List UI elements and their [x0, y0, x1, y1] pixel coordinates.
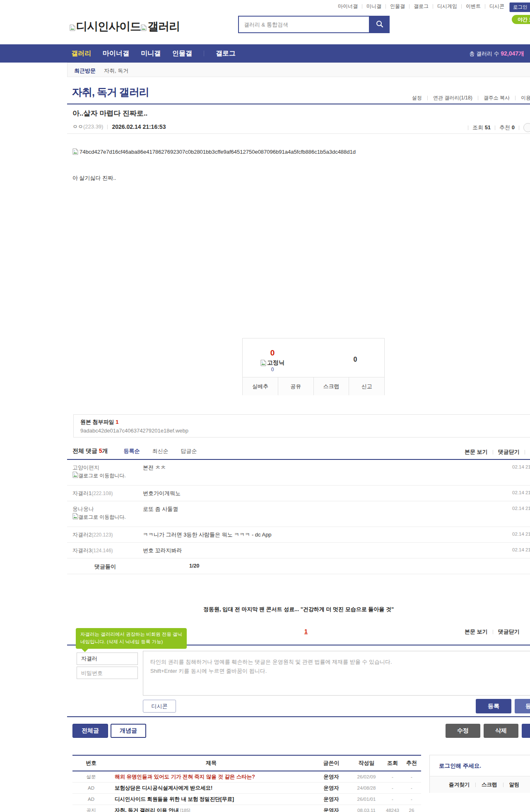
search-input[interactable]: [239, 17, 369, 32]
recommend-value: 0: [512, 124, 515, 130]
site-logo[interactable]: 디시인사이드 갤러리: [70, 19, 180, 34]
total-gallery-label: 총 갤러리 수: [469, 51, 499, 57]
upvote-count[interactable]: 0: [259, 348, 286, 358]
column-header-recommends: 추천: [402, 759, 421, 767]
gallery-guide-link[interactable]: 이용 안내: [521, 94, 530, 102]
comment-submit-secondary-button[interactable]: 등록: [515, 699, 530, 713]
comment-time: 02.14 21:16: [512, 464, 530, 469]
edit-post-button[interactable]: 수정: [446, 724, 480, 738]
comment-page-indicator[interactable]: 1/20: [189, 563, 199, 569]
downvote-count[interactable]: 0: [349, 356, 362, 363]
attachment-filename[interactable]: 9adabc42de01a7c406374279201e18ef.webp: [80, 428, 530, 434]
comment-textarea[interactable]: 타인의 권리를 침해하거나 명예를 훼손하는 댓글은 운영원칙 및 관련 법률에…: [143, 651, 530, 696]
post-title-link[interactable]: 디시인사이드 회원들을 위한 내 보험 정밀진단[무료]: [110, 796, 313, 803]
favorites-button[interactable]: 즐겨찾기: [449, 781, 470, 788]
divider: [67, 716, 530, 717]
comment-sort-options: 등록순 최신순 답글순: [124, 447, 197, 455]
comments-total: 전체 댓글 5개: [72, 447, 108, 455]
comments-total-count: 5: [99, 447, 102, 454]
news-headline[interactable]: 정동원, 입대 전 마지막 팬 콘서트 성료... "건강하게 더 멋진 모습으…: [67, 606, 530, 613]
comment-gallog-link[interactable]: 갤로그로 이동합니다.: [72, 513, 135, 521]
comment-author[interactable]: 웅나웅나: [72, 505, 141, 513]
post-title: 아..살자 마렵다 진짜로..: [72, 109, 147, 118]
share-button[interactable]: 공유: [278, 377, 313, 395]
scrap-button[interactable]: 스크랩: [482, 781, 497, 788]
close-comments-link[interactable]: 댓글닫기: [498, 628, 520, 636]
broken-image-icon: [260, 360, 266, 367]
nav-item-mini-gallery[interactable]: 미니갤: [141, 49, 161, 58]
gallery-settings-link[interactable]: 설정: [412, 94, 422, 102]
divider: [107, 125, 108, 129]
top-link-mini-gallery[interactable]: 미니갤: [366, 3, 381, 10]
comments-total-label: 전체 댓글: [72, 447, 97, 454]
close-comments-link[interactable]: 댓글닫기: [498, 448, 520, 456]
search-box: [238, 16, 370, 33]
related-galleries-link[interactable]: 연관 갤러리(1/18): [433, 94, 472, 102]
comment-submit-button[interactable]: 등록: [476, 699, 511, 713]
column-header-title: 제목: [110, 759, 313, 767]
top-link-dcgame[interactable]: 디시게임: [437, 3, 457, 10]
sort-by-replies[interactable]: 답글순: [181, 447, 197, 455]
views-label: 조회: [472, 124, 483, 130]
comment-author-ip: (124.146): [92, 548, 113, 553]
top-link-minor-gallery[interactable]: 마이너갤: [338, 3, 358, 10]
login-panel-buttons: 즐겨찾기 스크랩 알림: [430, 776, 530, 793]
top-link-person-gallery[interactable]: 인물갤: [390, 3, 405, 10]
top-utility-bar: 마이너갤 미니갤 인물갤 갤로그 디시게임 이벤트 디시콘 로그인: [0, 0, 530, 13]
fixed-nick-badge: 고정닉: [248, 359, 297, 367]
top-link-dccon[interactable]: 디시콘: [489, 3, 504, 10]
divider: [525, 450, 525, 454]
dcinside-gallery-page: 마이너갤 미니갤 인물갤 갤로그 디시게임 이벤트 디시콘 로그인 야간 모드 …: [0, 0, 530, 812]
post-title-link[interactable]: 보험상담은 디시공식설계사에게 받으세요!: [110, 785, 313, 792]
divider: [493, 630, 493, 634]
nav-item-person-gallery[interactable]: 인물갤: [172, 49, 192, 58]
nickname-tooltip: 자갤러는 갤러리에서 권장하는 비회원 전용 갤닉네임입니다. (삭제 시 닉네…: [76, 628, 187, 649]
report-button[interactable]: 신고: [349, 377, 384, 395]
search-button[interactable]: [370, 16, 390, 33]
realbest-recommend-button[interactable]: 실베추: [243, 377, 278, 395]
view-post-link[interactable]: 본문 보기: [465, 448, 488, 456]
comment-bot-label[interactable]: 댓글돌이: [94, 563, 116, 570]
top-link-gallog[interactable]: 갤로그: [414, 3, 429, 10]
nav-item-gallery[interactable]: 갤러리: [71, 49, 91, 58]
comments-total-suffix: 개: [102, 447, 108, 454]
gallog-text: 갤로그로 이동합니다.: [78, 514, 126, 520]
comment-author[interactable]: 고양이편지: [72, 464, 141, 471]
scrap-button[interactable]: 스크랩: [313, 377, 349, 395]
nav-item-gallog[interactable]: 갤로그: [216, 49, 236, 58]
notifications-button[interactable]: 알림: [509, 781, 520, 788]
dccon-button[interactable]: 디시콘: [143, 700, 176, 713]
view-post-link[interactable]: 본문 보기: [465, 628, 488, 636]
comment-gallog-link[interactable]: 갤로그로 이동합니다.: [72, 471, 135, 479]
comment-text: 번호 꼬라지봐라: [143, 547, 182, 554]
post-title-link[interactable]: 자취, 독거 갤러리 이용 안내[185]: [110, 807, 313, 812]
write-post-button[interactable]: 글쓰기: [522, 724, 530, 738]
all-posts-button[interactable]: 전체글: [72, 724, 108, 738]
copy-gallery-url-link[interactable]: 갤주소 복사: [484, 94, 510, 102]
post-type-badge: 설문: [72, 774, 110, 780]
comment-row: 자갤러2(220.123) ㅋㅋ니가 그러면 3등한 사람들은 뭐노 ㅋㅋㅋ -…: [67, 527, 530, 543]
recent-gallery-link[interactable]: 자취, 독거: [104, 67, 128, 75]
comment-page-1[interactable]: 1: [304, 628, 308, 635]
nav-item-minor-gallery[interactable]: 마이너갤: [103, 49, 129, 58]
comment-nickname-input[interactable]: [77, 652, 138, 665]
post-author[interactable]: ㅇㅇ(223.39): [72, 123, 103, 130]
post-action-buttons: 실베추 공유 스크랩 신고: [243, 377, 384, 395]
gallog-text: 갤로그로 이동합니다.: [78, 473, 126, 479]
views-value: 51: [485, 124, 491, 130]
divider: [493, 450, 493, 454]
comment-password-input[interactable]: [77, 667, 138, 679]
recommend-label: 추천: [499, 124, 510, 130]
comment-row: 웅나웅나 갤로그로 이동합니다. 로또 좀 사둘껄 02.14 21:16: [67, 501, 530, 527]
delete-post-button[interactable]: 삭제: [484, 724, 518, 738]
nav-items: 갤러리 마이너갤 미니갤 인물갤 갤로그: [0, 49, 236, 58]
sort-by-registered[interactable]: 등록순: [124, 447, 140, 455]
top-link-event[interactable]: 이벤트: [466, 3, 481, 10]
login-button[interactable]: 로그인: [509, 2, 530, 12]
post-options-button[interactable]: [523, 123, 530, 132]
comment-author: 자갤러3(124.146): [72, 547, 141, 554]
sort-by-newest[interactable]: 최신순: [152, 447, 169, 455]
best-posts-button[interactable]: 개념글: [111, 724, 146, 738]
attachment-label-text: 원본 첨부파일: [80, 419, 114, 425]
post-title-link[interactable]: 해외 유명인들과 있어도 기가 전혀 죽지 않을 것 같은 스타는?: [110, 773, 313, 781]
